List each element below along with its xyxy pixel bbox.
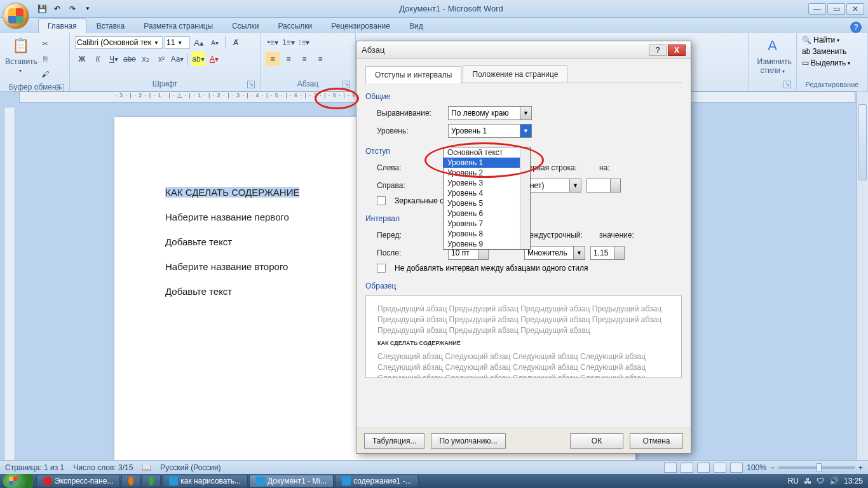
- tab-view[interactable]: Вид: [400, 19, 432, 33]
- save-icon[interactable]: 💾: [36, 3, 48, 15]
- tab-mailings[interactable]: Рассылки: [269, 19, 321, 33]
- select-button[interactable]: Выделить: [811, 58, 846, 67]
- dialog-help-button[interactable]: ?: [649, 44, 667, 56]
- change-case-icon[interactable]: Aa▾: [170, 52, 184, 66]
- qat-dropdown-icon[interactable]: ▼: [81, 3, 94, 15]
- zoom-slider-handle[interactable]: [817, 463, 822, 472]
- level-option-selected[interactable]: Уровень 1: [444, 158, 530, 168]
- clipboard-launcher[interactable]: ↘: [57, 84, 64, 92]
- spellcheck-icon[interactable]: 📖: [142, 463, 151, 472]
- subscript-icon[interactable]: x₂: [139, 52, 153, 66]
- redo-icon[interactable]: ↷: [66, 3, 79, 15]
- undo-icon[interactable]: ↶: [51, 3, 64, 15]
- view-fullscreen-icon[interactable]: [681, 463, 693, 473]
- firstline-value-input[interactable]: [587, 179, 621, 193]
- shrink-font-icon[interactable]: A▾: [208, 36, 222, 50]
- zoom-slider[interactable]: [778, 466, 855, 469]
- italic-icon[interactable]: К: [91, 52, 105, 66]
- level-option[interactable]: Уровень 5: [444, 198, 530, 208]
- level-option[interactable]: Основной текст: [444, 147, 530, 158]
- align-left-icon[interactable]: ≡: [266, 52, 280, 66]
- scrollbar-thumb[interactable]: [858, 104, 867, 180]
- tab-pagelayout[interactable]: Разметка страницы: [135, 19, 222, 33]
- linespacing-value-input[interactable]: 1,15: [590, 246, 625, 260]
- zoom-in-button[interactable]: +: [858, 463, 863, 472]
- task-button[interactable]: Экспресс-пане...: [36, 475, 120, 487]
- tab-review[interactable]: Рецензирование: [322, 19, 399, 33]
- office-button[interactable]: [3, 3, 29, 29]
- tray-clock[interactable]: 13:25: [844, 477, 863, 485]
- tab-references[interactable]: Ссылки: [223, 19, 268, 33]
- tray-volume-icon[interactable]: 🔊: [829, 477, 839, 485]
- vertical-ruler[interactable]: [4, 107, 15, 474]
- level-option[interactable]: Уровень 4: [444, 188, 530, 198]
- view-draft-icon[interactable]: [730, 463, 743, 473]
- ok-button[interactable]: ОК: [570, 433, 623, 449]
- alignment-select[interactable]: По левому краю▼: [448, 106, 532, 120]
- align-right-icon[interactable]: ≡: [297, 52, 311, 66]
- task-button[interactable]: содержание1 -...: [335, 475, 419, 487]
- font-size-combo[interactable]: 11▼: [165, 36, 190, 49]
- paragraph-launcher[interactable]: ↘: [342, 81, 350, 88]
- firstline-select[interactable]: (нет)▼: [524, 179, 581, 193]
- bullets-icon[interactable]: •≡▾: [266, 36, 280, 50]
- level-option[interactable]: Уровень 8: [444, 229, 530, 239]
- dialog-close-button[interactable]: X: [668, 44, 686, 56]
- help-icon[interactable]: ?: [850, 22, 862, 33]
- zoom-value[interactable]: 100%: [747, 463, 766, 472]
- level-option[interactable]: Уровень 2: [444, 168, 530, 178]
- close-button[interactable]: ✕: [846, 3, 864, 15]
- dialog-tab-position[interactable]: Положение на странице: [463, 65, 567, 83]
- level-select[interactable]: Уровень 1▼: [448, 124, 532, 138]
- dropdown-scrollbar[interactable]: [520, 147, 530, 249]
- level-option[interactable]: Уровень 7: [444, 219, 530, 229]
- tabs-button[interactable]: Табуляция...: [364, 433, 424, 449]
- start-button[interactable]: [3, 474, 33, 488]
- level-option[interactable]: Уровень 9: [444, 239, 530, 249]
- tab-insert[interactable]: Вставка: [88, 19, 134, 33]
- task-utorrent[interactable]: [142, 475, 161, 487]
- numbering-icon[interactable]: 1≡▾: [281, 36, 295, 50]
- multilevel-icon[interactable]: ⁝≡▾: [297, 36, 311, 50]
- highlight-icon[interactable]: ab▾: [191, 52, 205, 66]
- level-option[interactable]: Уровень 3: [444, 178, 530, 188]
- find-button[interactable]: Найти: [813, 36, 835, 44]
- status-words[interactable]: Число слов: 3/15: [73, 463, 133, 472]
- dialog-titlebar[interactable]: Абзац ? X: [356, 41, 691, 59]
- default-button[interactable]: По умолчанию...: [431, 433, 505, 449]
- cut-icon[interactable]: ✂: [38, 37, 52, 51]
- level-option[interactable]: Уровень 6: [444, 208, 530, 219]
- underline-icon[interactable]: Ч▾: [107, 52, 121, 66]
- font-launcher[interactable]: ↘: [247, 81, 255, 88]
- justify-icon[interactable]: ≡: [313, 52, 327, 66]
- grow-font-icon[interactable]: A▴: [192, 36, 206, 50]
- format-painter-icon[interactable]: 🖌: [38, 67, 52, 81]
- copy-icon[interactable]: ⎘: [38, 52, 52, 66]
- clear-format-icon[interactable]: A̸: [229, 36, 243, 50]
- cancel-button[interactable]: Отмена: [630, 433, 683, 449]
- dialog-tab-indents[interactable]: Отступы и интервалы: [365, 66, 461, 83]
- paste-button[interactable]: 📋 Вставить ▾: [5, 36, 36, 74]
- bold-icon[interactable]: Ж: [75, 52, 89, 66]
- font-name-combo[interactable]: Calibri (Основной тек▼: [75, 36, 163, 49]
- task-button[interactable]: как нарисовать...: [162, 475, 248, 487]
- minimize-button[interactable]: —: [808, 3, 826, 15]
- view-print-layout-icon[interactable]: [664, 463, 677, 473]
- tray-lang[interactable]: RU: [788, 477, 799, 485]
- vertical-scrollbar[interactable]: [857, 92, 868, 474]
- linespacing-select[interactable]: Множитель▼: [524, 246, 585, 260]
- doc-heading[interactable]: КАК СДЕЛАТЬ СОДЕРЖАНИЕ: [165, 187, 299, 198]
- view-outline-icon[interactable]: [714, 463, 726, 473]
- superscript-icon[interactable]: x²: [154, 52, 168, 66]
- font-color-icon[interactable]: A▾: [207, 52, 221, 66]
- maximize-button[interactable]: ▭: [827, 3, 845, 15]
- view-web-icon[interactable]: [697, 463, 710, 473]
- replace-button[interactable]: Заменить: [812, 47, 846, 56]
- tray-shield-icon[interactable]: 🛡: [817, 477, 824, 485]
- zoom-out-button[interactable]: −: [770, 463, 775, 472]
- status-page[interactable]: Страница: 1 из 1: [5, 463, 64, 472]
- status-language[interactable]: Русский (Россия): [160, 463, 220, 472]
- task-button-active[interactable]: Документ1 - Mi...: [249, 475, 334, 487]
- task-firefox[interactable]: [121, 475, 140, 487]
- nospacing-checkbox[interactable]: [377, 264, 386, 273]
